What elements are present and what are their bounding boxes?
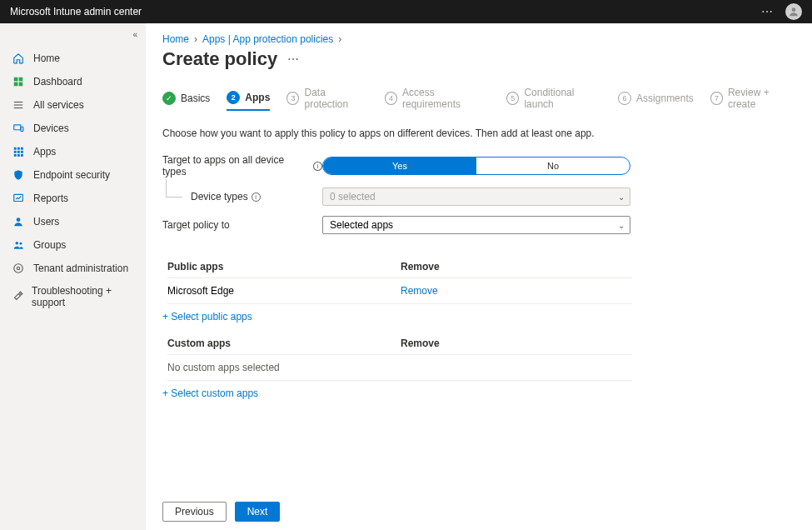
sidebar-item-endpoint-security[interactable]: Endpoint security <box>0 163 146 187</box>
sidebar-item-dashboard[interactable]: Dashboard <box>0 70 146 93</box>
svg-rect-1 <box>14 78 18 82</box>
step-number: 6 <box>618 92 631 105</box>
step-label: Access requirements <box>402 87 490 110</box>
step-data-protection[interactable]: 3 Data protection <box>286 87 368 115</box>
step-label: Data protection <box>304 87 367 110</box>
app-name: Microsoft Edge <box>167 285 401 297</box>
custom-apps-table: Custom apps Remove No custom apps select… <box>167 332 632 381</box>
devices-icon <box>12 122 25 135</box>
step-label: Assignments <box>636 92 694 104</box>
sidebar-item-tenant-admin[interactable]: Tenant administration <box>0 257 146 280</box>
step-apps[interactable]: 2 Apps <box>227 91 270 111</box>
target-policy-label: Target policy to <box>162 219 322 231</box>
step-assignments[interactable]: 6 Assignments <box>618 92 694 110</box>
public-apps-table: Public apps Remove Microsoft Edge Remove <box>167 256 632 304</box>
svg-point-20 <box>17 218 21 222</box>
remove-header: Remove <box>401 261 632 272</box>
svg-point-0 <box>792 8 796 12</box>
remove-link[interactable]: Remove <box>401 285 632 297</box>
sidebar-item-label: Dashboard <box>33 76 82 88</box>
table-row: No custom apps selected <box>167 355 632 381</box>
topbar: Microsoft Intune admin center ⋯ <box>0 0 812 23</box>
step-label: Apps <box>245 92 270 103</box>
more-icon[interactable]: ⋯ <box>761 5 774 18</box>
sidebar-item-home[interactable]: Home <box>0 47 146 70</box>
chevron-right-icon: › <box>338 33 341 45</box>
toggle-no[interactable]: No <box>476 158 630 174</box>
sidebar-item-apps[interactable]: Apps <box>0 140 146 163</box>
wizard-steps: ✓ Basics 2 Apps 3 Data protection 4 Acce… <box>162 87 795 116</box>
sidebar-item-all-services[interactable]: All services <box>0 93 146 117</box>
svg-rect-3 <box>14 82 18 87</box>
dashboard-icon <box>12 75 25 88</box>
chevron-down-icon: ⌄ <box>618 221 625 230</box>
home-icon <box>12 52 25 65</box>
sidebar-item-devices[interactable]: Devices <box>0 117 146 140</box>
svg-point-23 <box>17 267 20 270</box>
step-number: 7 <box>710 92 723 105</box>
breadcrumb-apps[interactable]: Apps | App protection policies <box>202 33 333 45</box>
sidebar-item-label: Users <box>33 216 59 228</box>
device-types-label: Device types i <box>162 191 322 202</box>
step-conditional-launch[interactable]: 5 Conditional launch <box>506 87 601 115</box>
svg-rect-15 <box>21 151 23 153</box>
sidebar-item-label: Groups <box>33 239 66 251</box>
sidebar-item-reports[interactable]: Reports <box>0 187 146 210</box>
svg-rect-10 <box>14 148 17 150</box>
sidebar-item-label: Endpoint security <box>33 169 110 181</box>
collapse-icon[interactable]: « <box>132 30 137 39</box>
table-row: Microsoft Edge Remove <box>167 278 632 304</box>
previous-button[interactable]: Previous <box>162 502 227 522</box>
sidebar-item-troubleshooting[interactable]: Troubleshooting + support <box>0 280 146 313</box>
select-public-apps-link[interactable]: + Select public apps <box>162 311 795 322</box>
avatar[interactable] <box>785 3 802 20</box>
step-review-create[interactable]: 7 Review + create <box>710 87 795 115</box>
remove-header: Remove <box>401 338 632 349</box>
sidebar: « Home Dashboard All services Devices Ap… <box>0 23 146 530</box>
step-number: 3 <box>286 92 299 105</box>
step-number: 2 <box>227 91 240 104</box>
sidebar-item-label: Apps <box>33 146 56 158</box>
step-access-requirements[interactable]: 4 Access requirements <box>385 87 490 115</box>
instruction-text: Choose how you want to apply this policy… <box>162 128 795 139</box>
info-icon[interactable]: i <box>313 162 322 171</box>
target-all-label: Target to apps on all device types i <box>162 154 322 178</box>
services-icon <box>12 98 25 112</box>
step-number: 4 <box>385 92 397 105</box>
sidebar-item-users[interactable]: Users <box>0 210 146 233</box>
step-number: 5 <box>506 92 519 105</box>
sidebar-item-label: Troubleshooting + support <box>32 285 134 308</box>
sidebar-item-label: Reports <box>33 192 68 204</box>
target-policy-combo[interactable]: Selected apps ⌄ <box>322 216 630 234</box>
select-custom-apps-link[interactable]: + Select custom apps <box>162 388 795 399</box>
svg-rect-4 <box>19 82 23 87</box>
target-all-toggle[interactable]: Yes No <box>322 157 630 175</box>
title-more-icon[interactable]: ⋯ <box>287 52 299 66</box>
group-icon <box>12 238 25 252</box>
toggle-yes[interactable]: Yes <box>323 158 476 174</box>
device-types-combo: 0 selected ⌄ <box>322 188 630 206</box>
chevron-down-icon: ⌄ <box>618 192 625 202</box>
step-label: Basics <box>181 92 210 104</box>
step-label: Conditional launch <box>524 87 601 110</box>
user-icon <box>12 215 25 228</box>
chevron-right-icon: › <box>194 33 197 45</box>
svg-rect-9 <box>21 127 23 131</box>
combo-value: Selected apps <box>330 219 393 231</box>
sidebar-item-label: All services <box>33 99 84 111</box>
breadcrumb-home[interactable]: Home <box>162 33 189 45</box>
breadcrumb: Home › Apps | App protection policies › <box>162 33 795 45</box>
svg-rect-11 <box>17 148 20 150</box>
custom-apps-header: Custom apps <box>167 338 401 349</box>
svg-point-22 <box>19 242 22 245</box>
apps-icon <box>12 145 25 158</box>
svg-rect-19 <box>14 194 23 201</box>
step-basics[interactable]: ✓ Basics <box>162 92 210 110</box>
step-label: Review + create <box>728 87 795 110</box>
svg-rect-2 <box>19 78 23 82</box>
next-button[interactable]: Next <box>235 502 281 522</box>
svg-point-21 <box>16 242 19 245</box>
sidebar-item-groups[interactable]: Groups <box>0 233 146 257</box>
info-icon[interactable]: i <box>252 192 261 202</box>
svg-rect-16 <box>14 154 17 157</box>
